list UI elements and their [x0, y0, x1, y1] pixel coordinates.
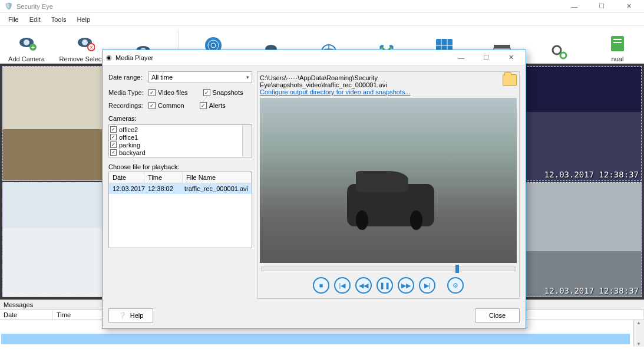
add-camera-button[interactable]: + Add Camera — [4, 27, 49, 62]
manual-label: nual — [612, 55, 624, 62]
svg-text:×: × — [90, 44, 93, 51]
date-range-label: Date range: — [108, 74, 144, 81]
dialog-title: Media Player — [115, 54, 153, 61]
media-player-dialog: ◉ Media Player — ☐ ✕ Date range: All tim… — [102, 50, 526, 329]
choose-file-label: Choose file for playback: — [108, 163, 252, 170]
col-time[interactable]: Time — [53, 310, 109, 320]
scrollbar[interactable] — [242, 125, 252, 157]
file-list[interactable]: Date Time File Name 12.03.2017 12:38:02 … — [108, 172, 252, 248]
menu-file[interactable]: File — [4, 15, 24, 24]
remove-selected-button[interactable]: × Remove Selected — [61, 27, 108, 62]
rewind-button[interactable]: ◀◀ — [355, 277, 372, 294]
date-range-value: All time — [151, 74, 173, 81]
camera-remove-icon: × — [74, 33, 95, 54]
media-type-label: Media Type: — [108, 89, 144, 96]
stop-button[interactable]: ■ — [313, 277, 329, 294]
video-files-checkbox[interactable]: ✓Video files — [148, 89, 188, 96]
svg-point-1 — [24, 40, 29, 45]
dialog-close-button[interactable]: ✕ — [500, 51, 522, 64]
help-icon: ❔ — [118, 312, 127, 320]
app-title: Security Eye — [16, 3, 53, 10]
help-button[interactable]: ❔Help — [108, 308, 153, 322]
cameras-label: Cameras: — [108, 115, 252, 122]
svg-rect-25 — [494, 45, 510, 48]
toolbar-manual-button[interactable]: nual — [595, 27, 640, 62]
snapshots-checkbox[interactable]: ✓Snapshots — [203, 89, 243, 96]
col-date[interactable]: Date — [0, 310, 53, 320]
camera-add-icon: + — [16, 33, 37, 54]
chevron-down-icon: ▾ — [246, 74, 249, 80]
svg-text:+: + — [31, 44, 35, 51]
app-icon: 🛡️ — [5, 2, 13, 10]
gears-icon — [549, 41, 570, 62]
next-button[interactable]: ▶| — [419, 277, 435, 294]
timestamp: 12.03.2017 12:38:37 — [544, 286, 639, 295]
minimize-button[interactable]: — — [562, 1, 587, 12]
close-button[interactable]: Close — [475, 308, 520, 322]
video-viewport[interactable] — [260, 98, 517, 263]
message-row[interactable] — [1, 334, 630, 344]
dialog-minimize-button[interactable]: — — [450, 51, 473, 64]
dialog-titlebar: ◉ Media Player — ☐ ✕ — [103, 50, 526, 65]
scrollbar[interactable] — [633, 320, 644, 347]
svg-rect-29 — [611, 36, 624, 51]
file-path: C:\Users\······\AppData\Roaming\Security… — [260, 74, 499, 88]
menu-tools[interactable]: Tools — [47, 15, 71, 24]
alerts-checkbox[interactable]: ✓Alerts — [200, 102, 226, 109]
dialog-maximize-button[interactable]: ☐ — [475, 51, 497, 64]
svg-point-28 — [560, 52, 566, 58]
menubar: File Edit Tools Help — [0, 13, 644, 26]
menu-help[interactable]: Help — [72, 15, 95, 24]
pause-button[interactable]: ❚❚ — [377, 277, 393, 294]
target-icon: ◉ — [106, 54, 112, 61]
close-button[interactable]: ✕ — [616, 1, 642, 12]
col-time[interactable]: Time — [144, 172, 183, 183]
camera-checklist[interactable]: ✓office2 ✓office1 ✓parking ✓backyard — [108, 124, 252, 157]
forward-button[interactable]: ▶▶ — [398, 277, 414, 294]
svg-point-5 — [82, 40, 88, 45]
book-icon — [607, 33, 628, 54]
recordings-label: Recordings: — [108, 102, 144, 109]
settings-button[interactable]: ⚙ — [447, 277, 464, 294]
maximize-button[interactable]: ☐ — [589, 1, 615, 12]
toolbar-gears-button[interactable] — [537, 27, 583, 62]
svg-point-27 — [553, 46, 561, 54]
date-range-select[interactable]: All time ▾ — [148, 71, 252, 83]
titlebar: 🛡️ Security Eye — ☐ ✕ — [0, 0, 644, 13]
file-row[interactable]: 12.03.2017 12:38:02 traffic_rec_000001.a… — [109, 183, 252, 194]
configure-output-link[interactable]: Configure output directory for video and… — [260, 88, 411, 96]
col-date[interactable]: Date — [109, 172, 144, 183]
folder-search-icon[interactable] — [503, 74, 517, 86]
add-camera-label: Add Camera — [8, 55, 45, 62]
seek-slider[interactable] — [261, 266, 516, 271]
common-checkbox[interactable]: ✓Common — [148, 102, 184, 109]
col-filename[interactable]: File Name — [183, 172, 252, 183]
timestamp: 12.03.2017 12:38:37 — [544, 170, 639, 179]
prev-button[interactable]: |◀ — [334, 277, 351, 294]
menu-edit[interactable]: Edit — [25, 15, 45, 24]
